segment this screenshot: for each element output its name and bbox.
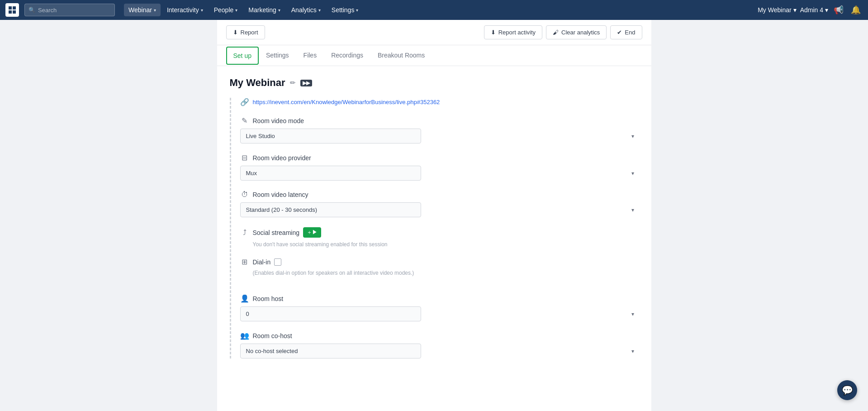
room-host-label: 👤 Room host: [240, 294, 639, 303]
room-video-latency-label: ⏱ Room video latency: [240, 191, 639, 199]
room-video-provider-field: ⊟ Room video provider Mux Wowza Agora ▾: [240, 153, 639, 181]
room-video-provider-select[interactable]: Mux Wowza Agora: [240, 166, 421, 181]
chevron-down-icon: ▾: [631, 170, 634, 177]
chevron-down-icon: ▾: [631, 311, 634, 317]
room-video-latency-select[interactable]: Standard (20 - 30 seconds) Low (5 - 10 s…: [240, 202, 421, 217]
latency-icon: ⏱: [240, 191, 249, 199]
chevron-down-icon: ▾: [793, 6, 797, 14]
chevron-down-icon: ▾: [631, 207, 634, 213]
action-bar: ⬇ Report ⬇ Report activity 🖌 Clear analy…: [217, 20, 651, 45]
tab-files[interactable]: Files: [296, 45, 324, 66]
video-mode-icon: ✎: [240, 116, 249, 125]
add-stream-button[interactable]: ＋▶: [303, 227, 321, 238]
social-streaming-label: ⤴ Social streaming ＋▶: [240, 227, 639, 238]
svg-rect-1: [13, 6, 16, 10]
svg-rect-3: [13, 10, 16, 14]
setup-section: 🔗 https://inevent.com/en/Knowledge/Webin…: [230, 98, 639, 358]
action-bar-left: ⬇ Report: [226, 25, 265, 39]
title-row: My Webinar ✏ ▶▶: [230, 77, 639, 89]
video-plus-icon: ＋▶: [307, 229, 318, 236]
top-navigation: 🔍 Webinar ▾ Interactivity ▾ People ▾ Mar…: [0, 0, 868, 20]
room-video-mode-select[interactable]: Live Studio Webcast Interactive: [240, 129, 421, 143]
download-icon: ⬇: [491, 29, 496, 36]
dial-in-field: ⊞ Dial-in (Enables dial-in option for sp…: [240, 258, 639, 284]
chevron-down-icon: ▾: [356, 8, 358, 13]
app-logo: [5, 3, 19, 17]
room-video-mode-select-wrapper: Live Studio Webcast Interactive ▾: [240, 129, 639, 143]
admin-dropdown[interactable]: Admin 4 ▾: [800, 6, 828, 14]
share-icon: ⤴: [240, 229, 249, 237]
dial-in-label: ⊞ Dial-in: [240, 258, 414, 266]
main-container: ⬇ Report ⬇ Report activity 🖌 Clear analy…: [0, 20, 868, 411]
room-cohost-select-wrapper: No co-host selected ▾: [240, 344, 639, 358]
tab-breakout-rooms[interactable]: Breakout Rooms: [370, 45, 432, 66]
room-video-latency-field: ⏱ Room video latency Standard (20 - 30 s…: [240, 191, 639, 217]
host-icon: 👤: [240, 294, 249, 303]
social-streaming-hint: You don't have social streaming enabled …: [253, 241, 639, 248]
search-icon: 🔍: [28, 7, 35, 13]
megaphone-icon[interactable]: 📢: [832, 3, 845, 17]
room-video-provider-label: ⊟ Room video provider: [240, 153, 639, 162]
chat-icon: 💬: [842, 385, 853, 396]
brush-icon: 🖌: [553, 29, 559, 36]
bell-icon[interactable]: 🔔: [849, 3, 863, 17]
edit-icon[interactable]: ✏: [290, 79, 296, 87]
room-video-provider-select-wrapper: Mux Wowza Agora ▾: [240, 166, 639, 181]
chevron-down-icon: ▾: [631, 133, 634, 139]
tab-setup[interactable]: Set up: [226, 47, 259, 65]
server-icon: ⊟: [240, 153, 249, 162]
nav-item-interactivity[interactable]: Interactivity ▾: [162, 4, 208, 16]
chevron-down-icon: ▾: [201, 8, 203, 13]
svg-rect-2: [9, 10, 12, 14]
nav-items: Webinar ▾ Interactivity ▾ People ▾ Marke…: [124, 4, 758, 16]
page-content: My Webinar ✏ ▶▶ 🔗 https://inevent.com/en…: [217, 66, 651, 379]
end-button[interactable]: ✔ End: [610, 25, 642, 39]
search-input[interactable]: [38, 7, 111, 14]
clear-analytics-button[interactable]: 🖌 Clear analytics: [546, 25, 607, 39]
tab-settings[interactable]: Settings: [259, 45, 296, 66]
room-cohost-select[interactable]: No co-host selected: [240, 344, 421, 358]
content-area: ⬇ Report ⬇ Report activity 🖌 Clear analy…: [217, 20, 651, 411]
svg-rect-0: [9, 6, 12, 10]
action-bar-right: ⬇ Report activity 🖌 Clear analytics ✔ En…: [484, 25, 642, 39]
room-video-latency-select-wrapper: Standard (20 - 30 seconds) Low (5 - 10 s…: [240, 202, 639, 217]
nav-item-marketing[interactable]: Marketing ▾: [244, 4, 285, 16]
chevron-down-icon: ▾: [154, 8, 156, 13]
cohost-icon: 👥: [240, 331, 249, 340]
dial-icon: ⊞: [240, 258, 249, 266]
chevron-down-icon: ▾: [631, 348, 634, 354]
tab-recordings[interactable]: Recordings: [324, 45, 370, 66]
nav-item-analytics[interactable]: Analytics ▾: [287, 4, 325, 16]
check-icon: ✔: [617, 29, 622, 36]
chevron-down-icon: ▾: [825, 6, 828, 14]
social-streaming-field: ⤴ Social streaming ＋▶ You don't have soc…: [240, 227, 639, 248]
download-icon: ⬇: [233, 29, 238, 36]
chevron-down-icon: ▾: [278, 8, 280, 13]
room-cohost-label: 👥 Room co-host: [240, 331, 639, 340]
nav-right: My Webinar ▾ Admin 4 ▾ 📢 🔔: [758, 3, 863, 17]
my-webinar-dropdown[interactable]: My Webinar ▾: [758, 6, 796, 14]
room-video-mode-field: ✎ Room video mode Live Studio Webcast In…: [240, 116, 639, 143]
chat-button[interactable]: 💬: [837, 380, 857, 400]
webinar-link-row[interactable]: 🔗 https://inevent.com/en/Knowledge/Webin…: [240, 98, 639, 106]
room-cohost-field: 👥 Room co-host No co-host selected ▾: [240, 331, 639, 358]
report-activity-button[interactable]: ⬇ Report activity: [484, 25, 542, 39]
search-box[interactable]: 🔍: [24, 4, 115, 16]
link-icon: 🔗: [240, 98, 249, 106]
nav-item-people[interactable]: People ▾: [209, 4, 242, 16]
chevron-down-icon: ▾: [235, 8, 237, 13]
live-badge: ▶▶: [300, 80, 312, 86]
room-host-field: 👤 Room host 0 ▾: [240, 294, 639, 321]
nav-item-settings[interactable]: Settings ▾: [327, 4, 363, 16]
dial-in-checkbox[interactable]: [274, 258, 281, 266]
nav-item-webinar[interactable]: Webinar ▾: [124, 4, 161, 16]
page-title: My Webinar: [230, 77, 285, 89]
tabs-bar: Set up Settings Files Recordings Breakou…: [217, 45, 651, 66]
room-host-select[interactable]: 0: [240, 306, 421, 321]
chevron-down-icon: ▾: [318, 8, 321, 13]
report-button[interactable]: ⬇ Report: [226, 25, 265, 39]
room-video-mode-label: ✎ Room video mode: [240, 116, 639, 125]
dial-in-hint: (Enables dial-in option for speakers on …: [253, 270, 414, 276]
room-host-select-wrapper: 0 ▾: [240, 306, 639, 321]
